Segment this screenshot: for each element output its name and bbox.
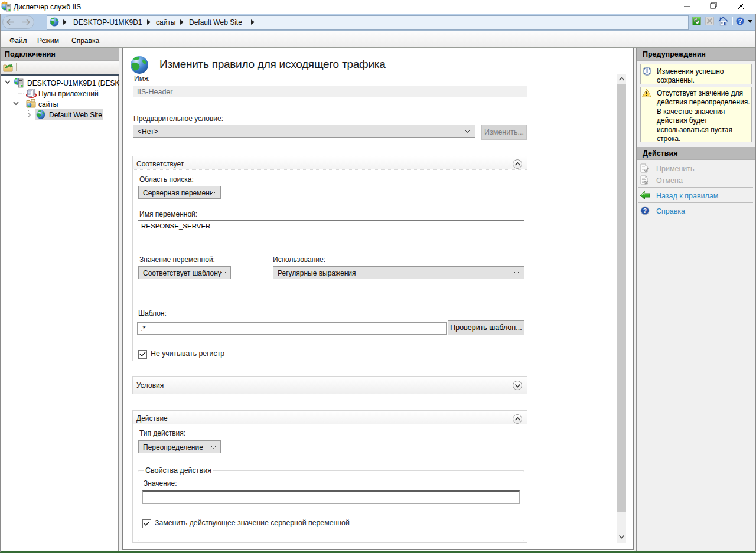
svg-text:?: ? bbox=[643, 207, 647, 214]
svg-text:?: ? bbox=[738, 18, 742, 25]
